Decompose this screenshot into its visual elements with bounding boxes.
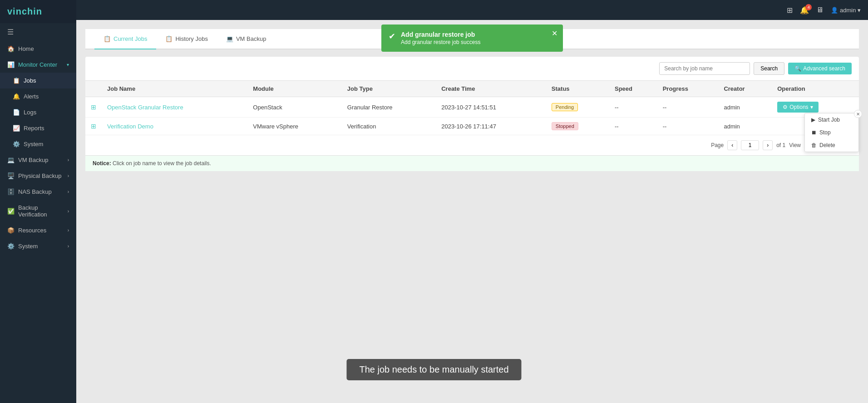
chevron-down-icon: ▾: [67, 62, 69, 67]
monitor-icon: 📊: [7, 61, 15, 68]
sidebar-item-label: Monitor Center: [18, 61, 57, 68]
row-expand[interactable]: ⊞: [85, 97, 102, 118]
check-icon: ✔: [389, 31, 395, 41]
notice-text: Click on job name to view the job detail…: [113, 160, 211, 167]
progress-cell: --: [657, 118, 719, 135]
status-cell: Stopped: [546, 118, 609, 135]
sidebar-item-alerts[interactable]: 🔔 Alerts: [0, 88, 76, 104]
module-cell: VMware vSphere: [247, 118, 341, 135]
home-icon: 🏠: [7, 45, 15, 52]
sidebar-item-label: Backup Verification: [18, 204, 64, 218]
job-name-cell: Verification Demo: [102, 118, 247, 135]
search-button[interactable]: Search: [754, 62, 784, 75]
page-number-input[interactable]: [741, 140, 759, 150]
row-expand[interactable]: ⊞: [85, 118, 102, 135]
module-cell: OpenStack: [247, 97, 341, 118]
sidebar-item-backup-verification[interactable]: ✅ Backup Verification ›: [0, 200, 76, 222]
job-name-link[interactable]: Verification Demo: [107, 123, 153, 130]
tab-current-jobs[interactable]: 📋 Current Jobs: [94, 29, 156, 49]
tab-history-jobs[interactable]: 📋 History Jobs: [156, 29, 217, 49]
advanced-search-button[interactable]: 🔍 Advanced search: [788, 63, 852, 74]
create-time-cell: 2023-10-26 17:11:47: [436, 118, 546, 135]
sidebar-item-label: Resources: [18, 227, 46, 234]
col-header-operation: Operation: [772, 81, 859, 97]
delete-item[interactable]: 🗑 Delete: [805, 139, 858, 152]
sidebar-item-label: Reports: [24, 125, 44, 132]
status-badge: Stopped: [552, 122, 578, 130]
prev-page-button[interactable]: ‹: [727, 140, 737, 150]
dropdown-close-btn[interactable]: ✕: [854, 110, 862, 118]
sidebar-item-home[interactable]: 🏠 Home: [0, 41, 76, 57]
sidebar-item-label: VM Backup: [18, 157, 48, 163]
create-time-cell: 2023-10-27 14:51:51: [436, 97, 546, 118]
chevron-right-icon: ›: [68, 189, 69, 194]
success-notification: ✔ Add granular restore job Add granular …: [381, 25, 563, 52]
gear-icon: ⚙: [783, 104, 788, 110]
page-label: Page: [711, 142, 724, 148]
content-area: ✔ Add granular restore job Add granular …: [76, 20, 868, 403]
search-input[interactable]: [659, 62, 750, 75]
sidebar-item-label: System: [24, 141, 43, 147]
tooltip-text: The job needs to be manually started: [359, 364, 508, 374]
options-button[interactable]: ⚙ Options ▾: [777, 102, 818, 113]
next-page-button[interactable]: ›: [763, 140, 773, 150]
status-badge: Pending: [552, 103, 578, 111]
sidebar-item-label: System: [18, 243, 38, 250]
jobs-icon: 📋: [13, 77, 20, 84]
sidebar-item-vm-backup[interactable]: 💻 VM Backup ›: [0, 152, 76, 168]
sidebar-item-system-sub[interactable]: ⚙️ System: [0, 136, 76, 152]
start-job-item[interactable]: ▶ Start Job: [805, 113, 858, 126]
stop-item[interactable]: ⏹ Stop: [805, 126, 858, 139]
stop-icon: ⏹: [811, 129, 817, 136]
sidebar-item-nas-backup[interactable]: 🗄️ NAS Backup ›: [0, 184, 76, 200]
creator-cell: admin: [718, 118, 772, 135]
logs-icon: 📄: [13, 109, 20, 116]
chevron-right-icon: ›: [68, 244, 69, 249]
status-cell: Pending: [546, 97, 609, 118]
jobs-table: Job Name Module Job Type Create Time Sta…: [85, 80, 859, 135]
dropdown-item-label: Stop: [819, 129, 831, 136]
dropdown-item-label: Start Job: [818, 117, 840, 123]
sidebar-item-physical-backup[interactable]: 🖥️ Physical Backup ›: [0, 168, 76, 184]
notification-close[interactable]: ✕: [552, 29, 557, 38]
job-name-link[interactable]: OpenStack Granular Restore: [107, 104, 183, 111]
col-header-progress: Progress: [657, 81, 719, 97]
nas-backup-icon: 🗄️: [7, 188, 15, 195]
tab-icon: 📋: [104, 35, 111, 42]
tab-icon: 💻: [226, 35, 233, 42]
sidebar-item-reports[interactable]: 📈 Reports: [0, 120, 76, 136]
sidebar-item-label: NAS Backup: [18, 188, 52, 195]
notification-title: Add granular restore job: [401, 31, 480, 38]
sidebar: vinchin ☰ 🏠 Home 📊 Monitor Center ▾ 📋 Jo…: [0, 0, 76, 403]
main-content: ⊞ 🔔4 🖥 👤 admin ▾ ✔ Add granular restore …: [76, 20, 868, 403]
menu-toggle[interactable]: ☰: [0, 23, 76, 41]
system-sub-icon: ⚙️: [13, 141, 20, 147]
col-header-speed: Speed: [609, 81, 657, 97]
dropdown-item-label: Delete: [819, 142, 835, 148]
tab-vm-backup[interactable]: 💻 VM Backup: [217, 29, 275, 49]
tooltip-bar: The job needs to be manually started: [346, 359, 521, 380]
sidebar-item-label: Home: [18, 45, 34, 52]
col-header-empty: [85, 81, 102, 97]
table-toolbar: Search 🔍 Advanced search: [85, 57, 859, 80]
tab-label: VM Backup: [236, 35, 266, 42]
sidebar-item-label: Logs: [24, 109, 36, 116]
app-logo: vinchin: [0, 0, 76, 23]
sidebar-item-resources[interactable]: 📦 Resources ›: [0, 222, 76, 238]
sidebar-item-jobs[interactable]: 📋 Jobs: [0, 73, 76, 88]
plus-icon[interactable]: ⊞: [91, 123, 96, 130]
sidebar-item-logs[interactable]: 📄 Logs: [0, 104, 76, 120]
play-icon: ▶: [811, 117, 815, 123]
plus-icon[interactable]: ⊞: [91, 103, 96, 111]
job-name-cell: OpenStack Granular Restore: [102, 97, 247, 118]
chevron-right-icon: ›: [68, 228, 69, 233]
backup-verify-icon: ✅: [7, 208, 15, 215]
tab-label: Current Jobs: [113, 35, 147, 42]
physical-backup-icon: 🖥️: [7, 172, 15, 179]
chevron-right-icon: ›: [68, 157, 69, 162]
sidebar-item-system[interactable]: ⚙️ System ›: [0, 238, 76, 254]
table-row: ⊞ OpenStack Granular Restore OpenStack G…: [85, 97, 859, 118]
sidebar-item-monitor-center[interactable]: 📊 Monitor Center ▾: [0, 57, 76, 73]
delete-icon: 🗑: [811, 142, 817, 148]
speed-cell: --: [609, 97, 657, 118]
